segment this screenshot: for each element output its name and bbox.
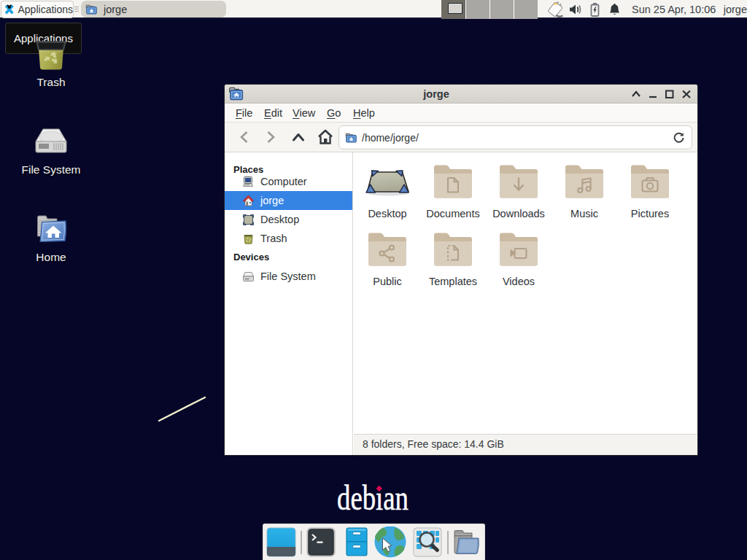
svg-text:debıan: debıan <box>337 478 409 514</box>
